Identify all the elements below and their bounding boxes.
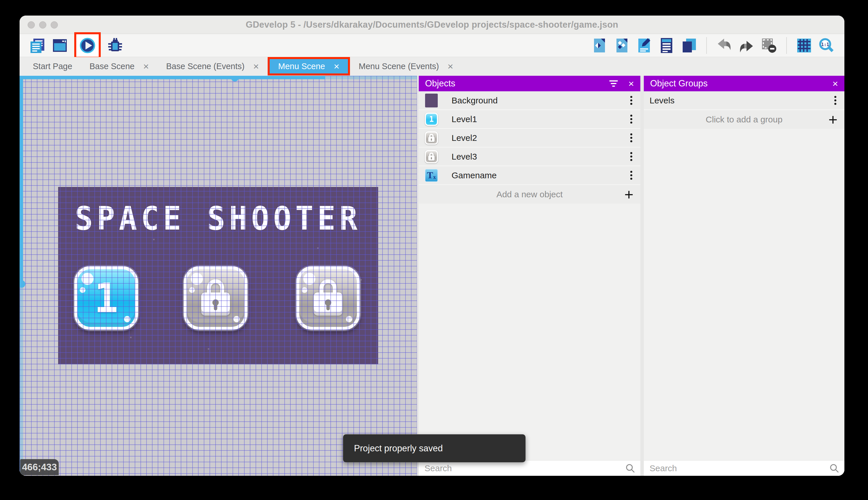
kebab-menu-icon[interactable] [628, 94, 635, 106]
tab-base-scene[interactable]: Base Scene × [81, 57, 157, 76]
project-manager-icon[interactable] [30, 37, 46, 54]
kebab-menu-icon[interactable] [628, 132, 635, 144]
object-groups-panel-title: Object Groups [650, 78, 708, 89]
objects-search-input[interactable] [424, 463, 602, 473]
object-row-gamename[interactable]: Tx Gamename [419, 166, 640, 185]
toolbar-separator [706, 37, 707, 54]
object-row-level3[interactable]: Level3 [419, 147, 640, 166]
tab-label: Menu Scene [278, 61, 325, 71]
level3-button-instance[interactable] [296, 266, 360, 330]
lock-icon [314, 279, 342, 315]
content: SPACE SHOOTER 1 [20, 76, 844, 476]
play-highlight-box [74, 32, 101, 59]
cursor-position-indicator: 466;433 [20, 459, 59, 475]
play-preview-icon[interactable] [80, 37, 96, 54]
lock-icon [201, 279, 230, 315]
objects-panel-close-icon[interactable]: × [628, 79, 634, 88]
add-group-row[interactable]: Click to add a group + [644, 110, 844, 129]
tab-start-page[interactable]: Start Page [24, 57, 81, 76]
object-groups-search-row [644, 460, 844, 476]
level2-button-instance[interactable] [184, 266, 247, 330]
layers-icon[interactable] [681, 37, 697, 54]
gloss-highlight [346, 316, 352, 322]
tab-label: Base Scene (Events) [166, 61, 244, 71]
object-row-level1[interactable]: 1 Level1 [419, 110, 640, 129]
redo-icon[interactable] [739, 37, 754, 54]
kebab-menu-icon[interactable] [628, 150, 635, 163]
vertical-scrollbar[interactable] [20, 76, 23, 476]
export-object-icon[interactable] [591, 37, 607, 54]
toggle-grid-icon[interactable] [796, 37, 812, 54]
objects-panel-header: Objects × [419, 76, 640, 91]
group-row-levels[interactable]: Levels [644, 91, 844, 110]
add-group-plus-icon[interactable]: + [828, 112, 837, 127]
tab-menu-scene[interactable]: Menu Scene × [268, 57, 350, 76]
properties-icon[interactable] [636, 37, 652, 54]
window-title: GDevelop 5 - /Users/dkarakay/Documents/G… [20, 15, 844, 34]
object-row-level2[interactable]: Level2 [419, 129, 640, 147]
tab-base-scene-events[interactable]: Base Scene (Events) × [157, 57, 267, 76]
object-groups-panel: Object Groups × Levels Click to add a gr… [644, 76, 844, 476]
objects-search-row [419, 460, 640, 476]
object-row-background[interactable]: Background [419, 91, 640, 110]
object-groups-list: Levels Click to add a group + [644, 91, 844, 460]
vertical-scrollbar-handle[interactable] [20, 280, 25, 288]
tabbar: Start Page Base Scene × Base Scene (Even… [20, 57, 844, 76]
tab-menu-scene-events[interactable]: Menu Scene (Events) × [350, 57, 462, 76]
screen: GDevelop 5 - /Users/dkarakay/Documents/G… [0, 0, 868, 500]
kebab-menu-icon[interactable] [628, 113, 635, 125]
tab-label: Menu Scene (Events) [359, 61, 439, 71]
toolbar-right-group: 1:1 [591, 37, 835, 54]
toggle-window-mask-icon[interactable] [761, 37, 777, 54]
save-toast: Project properly saved [343, 434, 526, 462]
debug-icon[interactable] [107, 37, 123, 54]
tab-close-icon[interactable]: × [447, 61, 453, 71]
scene-editor-canvas[interactable]: SPACE SHOOTER 1 [20, 76, 417, 476]
tab-close-icon[interactable]: × [333, 61, 339, 71]
add-object-plus-icon[interactable]: + [624, 186, 633, 202]
undo-icon[interactable] [716, 37, 732, 54]
kebab-menu-icon[interactable] [832, 94, 838, 106]
toolbar: 1:1 [20, 34, 844, 57]
level1-button-instance[interactable]: 1 [74, 266, 138, 330]
instances-list-icon[interactable] [658, 37, 675, 54]
tab-label: Start Page [33, 61, 72, 71]
zoom-1-1-icon[interactable]: 1:1 [819, 37, 835, 54]
tab-close-icon[interactable]: × [253, 61, 259, 71]
toast-message: Project properly saved [354, 443, 443, 454]
add-object-row[interactable]: Add a new object + [419, 185, 640, 204]
level1-number: 1 [78, 269, 135, 327]
gloss-highlight [189, 287, 195, 293]
search-icon [625, 463, 635, 473]
gdevelop-window: GDevelop 5 - /Users/dkarakay/Documents/G… [20, 15, 844, 476]
horizontal-scrollbar[interactable] [20, 76, 417, 79]
search-icon [830, 463, 839, 473]
toolbar-left-group [30, 32, 123, 59]
horizontal-scrollbar-thumb[interactable] [20, 76, 325, 79]
horizontal-scrollbar-handle[interactable] [231, 76, 238, 81]
preview-window-icon[interactable] [52, 37, 68, 54]
gloss-highlight [302, 287, 307, 293]
kebab-menu-icon[interactable] [628, 169, 635, 181]
background-thumbnail [424, 94, 438, 107]
objects-panel: Objects × Background 1 [419, 76, 640, 476]
titlebar: GDevelop 5 - /Users/dkarakay/Documents/G… [20, 15, 844, 34]
filter-icon[interactable] [609, 80, 618, 87]
tab-label: Base Scene [90, 61, 134, 71]
level2-thumbnail [424, 131, 438, 145]
objects-panel-title: Objects [425, 78, 455, 89]
gamename-thumbnail: Tx [424, 169, 438, 182]
object-groups-panel-header: Object Groups × [644, 76, 844, 91]
scene-background[interactable]: SPACE SHOOTER 1 [58, 187, 378, 364]
level3-thumbnail [424, 150, 438, 163]
object-groups-panel-close-icon[interactable]: × [832, 79, 838, 88]
svg-text:1:1: 1:1 [821, 42, 829, 47]
game-title-text[interactable]: SPACE SHOOTER [58, 199, 378, 237]
level1-thumbnail: 1 [424, 112, 438, 126]
objects-list: Background 1 Level1 Level [419, 91, 640, 460]
export-object-group-icon[interactable] [613, 37, 630, 54]
tab-close-icon[interactable]: × [143, 61, 149, 71]
gloss-highlight [233, 316, 240, 322]
vertical-scrollbar-thumb[interactable] [20, 76, 23, 284]
object-groups-search-input[interactable] [649, 463, 810, 473]
